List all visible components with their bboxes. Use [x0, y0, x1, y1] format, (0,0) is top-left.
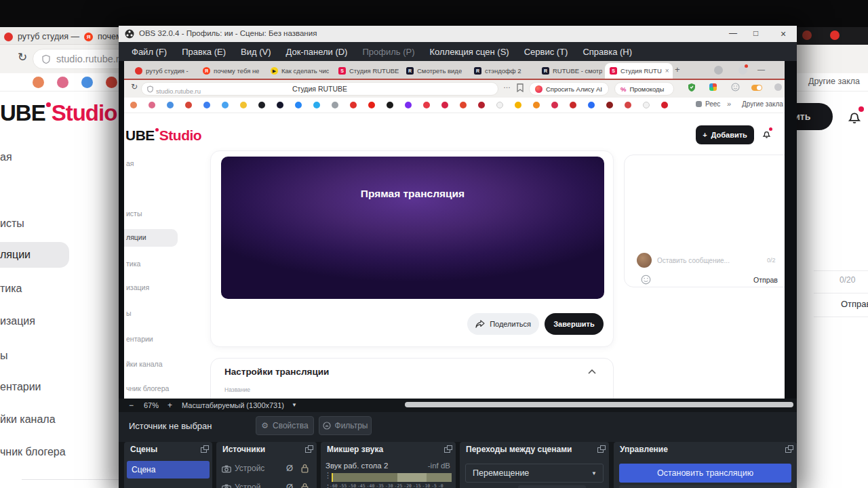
browser-tab[interactable]: рутуб студия - [130, 63, 195, 79]
lock-icon[interactable] [301, 464, 309, 473]
menu-item[interactable]: Справка (H) [575, 47, 639, 57]
new-tab-button[interactable]: + [675, 64, 680, 75]
bookmark-favicon[interactable] [277, 102, 283, 108]
popout-icon[interactable] [201, 447, 207, 453]
menu-item[interactable]: Док-панели (D) [279, 47, 355, 57]
bookmark-favicon[interactable] [149, 102, 155, 108]
stream-player[interactable]: Прямая трансляция [221, 157, 604, 299]
more-icon[interactable]: … [503, 81, 511, 89]
menu-item[interactable]: Сервис (T) [517, 47, 576, 57]
scene-item[interactable]: Сцена [127, 461, 210, 479]
menu-item[interactable]: Файл (F) [124, 47, 174, 57]
browser-tab[interactable]: Япочему тебя не [198, 63, 263, 79]
bookmark-favicon[interactable] [606, 102, 613, 108]
adblock-shield-icon[interactable] [688, 83, 696, 92]
sidebar-item[interactable]: ентарии [126, 335, 153, 343]
popout-icon[interactable] [597, 447, 604, 453]
stop-streaming-button[interactable]: Остановить трансляцию [619, 464, 791, 483]
bookmark-favicon[interactable] [295, 102, 302, 108]
sidebar-item[interactable]: чник блогера [0, 446, 66, 458]
chat-send-button[interactable]: Отправ [841, 299, 868, 309]
sidebar-item[interactable]: тика [126, 260, 140, 268]
close-button[interactable]: × [781, 28, 786, 39]
profile-avatar[interactable] [714, 66, 723, 75]
browser-tab[interactable]: ▶Как сделать чис [266, 63, 331, 79]
extension-icon[interactable] [774, 83, 782, 91]
bookmark-favicon[interactable] [423, 102, 430, 108]
chat-input[interactable]: Оставить сообщение... [657, 257, 730, 264]
bookmark-favicon[interactable] [368, 102, 375, 108]
browser-tab[interactable]: Я почем [84, 30, 122, 43]
minimize-icon[interactable]: — [757, 65, 765, 73]
filters-button[interactable]: Фильтры [319, 416, 372, 435]
bookmark-favicon[interactable] [643, 102, 650, 108]
finish-stream-button[interactable]: Завершить [545, 313, 604, 335]
bookmark-favicon[interactable] [57, 77, 68, 88]
bookmark-favicon[interactable] [460, 102, 467, 108]
bookmark-label[interactable]: Реес [705, 100, 720, 108]
bookmark-favicon[interactable] [570, 102, 576, 108]
bookmark-favicon[interactable] [551, 102, 558, 108]
transition-select[interactable]: Перемещение ▼ [465, 464, 604, 483]
tab-close-icon[interactable]: × [665, 67, 672, 75]
bookmark-favicon[interactable] [441, 102, 448, 108]
popout-icon[interactable] [305, 447, 311, 453]
browser-tab[interactable]: SСтудия RUTU× [605, 63, 673, 79]
sidebar-item[interactable]: изация [126, 283, 149, 291]
sidebar-item[interactable]: ентарии [0, 381, 41, 393]
drag-handle-icon[interactable]: ⋮ [324, 485, 332, 488]
chevron-up-icon[interactable] [588, 369, 596, 374]
bookmark-favicon[interactable] [222, 102, 229, 108]
volume-meter[interactable] [332, 473, 452, 482]
other-bookmarks[interactable]: Другие закла [742, 100, 783, 108]
bookmark-favicon[interactable] [81, 77, 93, 88]
browser-tab[interactable]: рутуб студия — [4, 30, 79, 43]
bookmark-favicon[interactable] [332, 102, 338, 108]
source-item[interactable]: Устройс Ø [219, 461, 314, 477]
extension-icon[interactable] [709, 83, 717, 91]
popout-icon[interactable] [785, 447, 791, 453]
tab-favicon[interactable] [830, 30, 840, 40]
alice-button[interactable]: Спросить Алису AI [529, 82, 609, 96]
browser-tab[interactable]: Rстэндофф 2 [469, 63, 534, 79]
caret-down-icon[interactable]: ▼ [292, 402, 297, 408]
properties-button[interactable]: ⚙ Свойства [256, 416, 314, 435]
toggle-icon[interactable] [751, 85, 762, 91]
menu-item[interactable]: Вид (V) [233, 47, 278, 57]
browser-tab[interactable]: RRUTUBE - смотр [537, 63, 602, 79]
bookmark-favicon[interactable] [625, 102, 631, 108]
sidebar-item[interactable]: ляции [126, 233, 146, 241]
share-button[interactable]: Поделиться [467, 313, 539, 335]
bookmark-favicon[interactable] [405, 102, 412, 108]
sidebar-item[interactable]: ы [126, 309, 132, 317]
sidebar-item[interactable]: ы [0, 350, 8, 362]
promo-button[interactable]: % Промокоды [614, 82, 674, 96]
sidebar-item[interactable]: йки канала [126, 360, 163, 368]
minimize-button[interactable]: — [729, 28, 737, 38]
eye-hidden-icon[interactable]: Ø [286, 482, 293, 488]
other-bookmarks[interactable]: Другие закла [808, 77, 860, 86]
preview-scrollbar[interactable] [405, 402, 793, 407]
popout-icon[interactable] [444, 447, 450, 453]
menu-item[interactable]: Коллекция сцен (S) [422, 47, 517, 57]
browser-tab[interactable]: SСтудия RUTUBE [334, 63, 399, 79]
bookmark-favicon[interactable] [533, 102, 540, 108]
tab-favicon[interactable] [802, 30, 812, 40]
bookmark-favicon[interactable] [350, 102, 357, 108]
sidebar-item[interactable]: ая [0, 151, 12, 163]
obs-titlebar[interactable]: OBS 32.0.4 - Профиль: ии - Сцены: Без на… [119, 26, 797, 42]
bookmark-favicon[interactable] [130, 102, 137, 108]
bookmark-favicon[interactable] [387, 102, 393, 108]
sidebar-item[interactable]: ая [126, 159, 134, 167]
button-sliver[interactable] [619, 485, 791, 488]
zoom-out-button[interactable]: − [129, 401, 134, 410]
preview-mode[interactable]: Масштабируемый (1300x731) [182, 401, 284, 409]
drag-handle-icon[interactable]: ⋮ [324, 473, 332, 477]
menu-item[interactable]: Профиль (P) [355, 47, 422, 57]
sidebar-item[interactable]: тика [0, 283, 22, 295]
browser-tab[interactable]: RСмотреть виде [401, 63, 467, 79]
bookmark-favicon[interactable] [661, 102, 668, 108]
bookmark-favicon[interactable] [478, 102, 485, 108]
add-button[interactable]: + Добавить [696, 125, 754, 144]
bookmark-favicon[interactable] [106, 77, 117, 88]
